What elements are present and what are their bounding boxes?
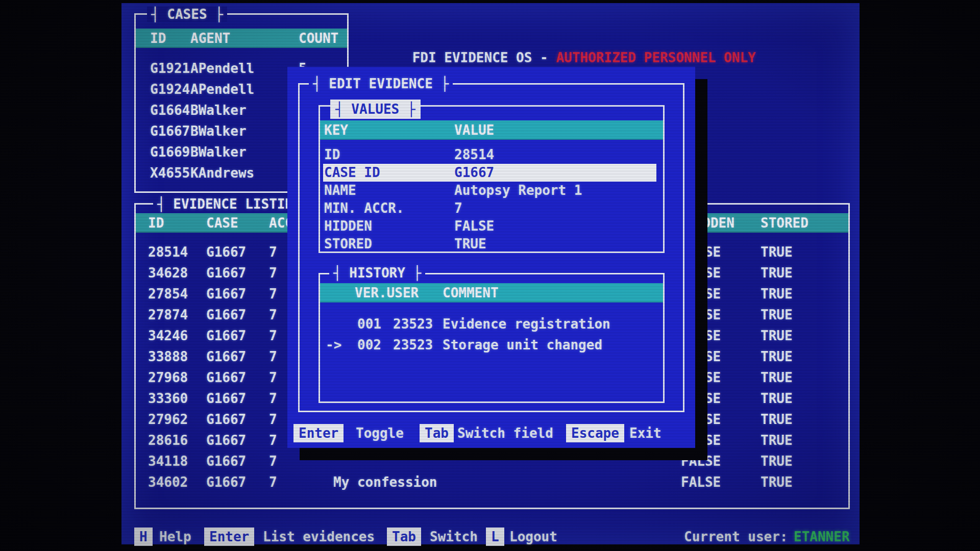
case-id: G1924 — [150, 79, 190, 99]
values-section-title: ┤ VALUES ├ — [330, 99, 421, 119]
field-key: NAME — [324, 182, 356, 199]
app-title: FDI EVIDENCE OS - — [412, 50, 556, 65]
evidence-id: 28514 — [148, 242, 188, 262]
evidence-hidden: FALSE — [681, 472, 721, 492]
field-key: MIN. ACCR. — [324, 199, 404, 217]
logout-hint-label: Logout — [509, 528, 557, 546]
history-user: 23523 — [393, 335, 433, 355]
crt-monitor: FDI EVIDENCE OS - AUTHORIZED PERSONNEL O… — [0, 0, 980, 551]
evidence-id: 34246 — [148, 325, 188, 346]
evidence-hidden: FALSE — [681, 451, 721, 471]
history-comment: Storage unit changed — [443, 335, 602, 355]
field-value: TRUE — [454, 235, 486, 253]
current-user-value: ETANNER — [794, 528, 850, 546]
field-key: STORED — [324, 235, 372, 253]
table-row[interactable]: 34118 G1667 7 FALSE TRUE — [136, 451, 848, 471]
evidence-stored: TRUE — [761, 325, 793, 346]
evidence-id: 33360 — [148, 388, 188, 409]
table-row[interactable]: -> 002 23523 Storage unit changed — [320, 335, 663, 355]
cases-panel-title: ┤ CASES ├ — [147, 7, 227, 22]
history-section-title: ┤ HISTORY ├ — [329, 265, 425, 281]
evidence-stored: TRUE — [761, 472, 793, 492]
history-version: 001 — [357, 314, 381, 334]
field-value: G1667 — [454, 164, 494, 182]
table-row[interactable]: 001 23523 Evidence registration — [320, 314, 663, 334]
evidence-id: 28616 — [148, 430, 188, 450]
case-id: G1667 — [150, 121, 190, 141]
table-row[interactable]: ID 28514 — [323, 146, 656, 164]
values-col-value: VALUE — [454, 120, 494, 140]
authorized-warning: AUTHORIZED PERSONNEL ONLY — [556, 50, 755, 65]
field-value: Autopsy Report 1 — [454, 182, 582, 199]
evidence-accr: 7 — [269, 472, 277, 492]
evidence-id: 33888 — [148, 346, 188, 367]
listing-col-case: CASE — [206, 213, 238, 233]
evidence-accr: 7 — [269, 430, 277, 450]
escape-hint-label: Exit — [629, 424, 662, 442]
current-user-label: Current user: — [684, 528, 788, 546]
table-row[interactable]: NAME Autopsy Report 1 — [323, 182, 656, 199]
table-row-selected[interactable]: CASE ID G1667 — [323, 164, 656, 182]
case-agent: BWalker — [190, 100, 247, 120]
evidence-id: 27874 — [148, 305, 188, 325]
case-id: G1921 — [150, 58, 190, 79]
evidence-case: G1667 — [206, 346, 246, 367]
table-row[interactable]: HIDDEN FALSE — [323, 217, 656, 235]
field-value: FALSE — [454, 217, 494, 235]
tab-key-hint[interactable]: Tab — [420, 424, 454, 442]
dialog-title: ┤ EDIT EVIDENCE ├ — [309, 76, 453, 91]
field-value: 28514 — [454, 146, 494, 164]
case-id: G1664 — [150, 100, 190, 120]
app-header: FDI EVIDENCE OS - AUTHORIZED PERSONNEL O… — [380, 27, 756, 47]
field-key: ID — [324, 146, 340, 164]
evidence-case: G1667 — [206, 263, 246, 283]
evidence-stored: TRUE — [761, 409, 793, 430]
help-key-hint[interactable]: H — [134, 528, 153, 546]
evidence-case: G1667 — [206, 451, 246, 471]
evidence-id: 34602 — [148, 472, 188, 492]
evidence-stored: TRUE — [761, 284, 793, 304]
table-row[interactable]: STORED TRUE — [323, 235, 656, 253]
evidence-case: G1667 — [206, 388, 246, 409]
tab-key-hint[interactable]: Tab — [387, 528, 421, 546]
evidence-stored: TRUE — [761, 242, 793, 262]
evidence-accr: 7 — [269, 242, 277, 262]
cases-header-row: ID AGENT COUNT — [136, 29, 347, 48]
case-agent: APendell — [190, 79, 254, 99]
enter-key-hint[interactable]: Enter — [204, 528, 254, 546]
evidence-case: G1667 — [206, 305, 246, 325]
table-row[interactable]: MIN. ACCR. 7 — [323, 199, 656, 217]
listing-col-stored: STORED — [761, 213, 808, 233]
values-section: KEY VALUE ID 28514 CASE ID G1667 NAME Au… — [318, 105, 665, 253]
values-header-row: KEY VALUE — [320, 120, 663, 140]
field-key: CASE ID — [324, 164, 380, 182]
history-col-ver-user: VER.USER — [355, 283, 419, 303]
help-hint-label: Help — [159, 528, 191, 546]
history-user: 23523 — [393, 314, 433, 334]
evidence-accr: 7 — [269, 284, 277, 304]
case-agent: APendell — [190, 58, 254, 79]
logout-key-hint[interactable]: L — [486, 528, 504, 546]
evidence-id: 27854 — [148, 284, 188, 304]
field-key: HIDDEN — [324, 217, 372, 235]
history-header-row: VER.USER COMMENT — [320, 283, 663, 303]
case-id: X4655 — [150, 163, 190, 183]
evidence-case: G1667 — [206, 242, 246, 262]
case-agent: BWalker — [190, 121, 247, 141]
evidence-stored: TRUE — [761, 346, 793, 367]
table-row[interactable]: 34602 G1667 7 My confession FALSE TRUE — [136, 472, 848, 492]
case-id: G1669 — [150, 142, 190, 162]
history-section: VER.USER COMMENT 001 23523 Evidence regi… — [318, 273, 665, 403]
enter-hint-label: List evidences — [263, 528, 375, 546]
evidence-stored: TRUE — [761, 263, 793, 283]
escape-key-hint[interactable]: Escape — [566, 424, 624, 442]
case-agent: BWalker — [190, 142, 247, 162]
evidence-accr: 7 — [269, 451, 277, 471]
evidence-accr: 7 — [269, 263, 277, 283]
case-agent: KAndrews — [190, 163, 254, 183]
cases-col-agent: AGENT — [190, 29, 230, 48]
enter-key-hint[interactable]: Enter — [293, 424, 344, 442]
evidence-case: G1667 — [206, 284, 246, 304]
tab-hint-label: Switch field — [457, 424, 553, 442]
evidence-case: G1667 — [206, 409, 246, 430]
